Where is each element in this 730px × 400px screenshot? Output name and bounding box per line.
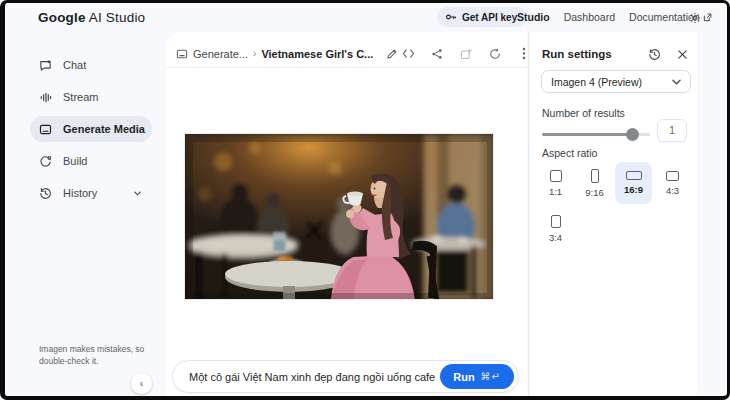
nav-dashboard[interactable]: Dashboard bbox=[564, 11, 615, 23]
media-icon bbox=[39, 123, 52, 136]
nav-studio[interactable]: Studio bbox=[517, 11, 550, 23]
get-api-key-button[interactable]: Get API key bbox=[437, 7, 527, 27]
slider-handle[interactable] bbox=[626, 128, 639, 141]
breadcrumb-current[interactable]: Vietnamese Girl's C... bbox=[261, 48, 373, 60]
model-select[interactable]: Imagen 4 (Preview) bbox=[541, 70, 691, 93]
number-of-results-value[interactable]: 1 bbox=[657, 119, 687, 142]
run-settings-title: Run settings bbox=[542, 48, 612, 60]
reset-settings-icon[interactable] bbox=[647, 47, 661, 61]
prompt-input[interactable]: Một cô gái Việt Nam xinh đẹp đang ngồi u… bbox=[172, 360, 519, 393]
logo-brand: Google bbox=[38, 10, 86, 25]
aspect-option-3-4[interactable]: 3:4 bbox=[537, 208, 574, 250]
sidebar-item-build[interactable]: Build bbox=[30, 148, 152, 174]
aspect-1-1-icon bbox=[550, 170, 562, 182]
top-header: GoogleAI Studio Get API key Studio Dashb… bbox=[5, 3, 727, 33]
run-shortcut: ⌘↵ bbox=[481, 371, 501, 382]
sidebar: Chat Stream Generate Media Build History… bbox=[5, 33, 166, 396]
prompt-text[interactable]: Một cô gái Việt Nam xinh đẹp đang ngồi u… bbox=[189, 371, 440, 383]
breadcrumb: Generate... › Vietnamese Girl's C... bbox=[176, 46, 400, 62]
close-icon[interactable] bbox=[675, 47, 689, 61]
aspect-option-4-3[interactable]: 4:3 bbox=[654, 162, 691, 204]
caret-down-icon bbox=[672, 79, 681, 85]
number-of-results-slider[interactable] bbox=[542, 127, 650, 141]
breadcrumb-root[interactable]: Generate... bbox=[193, 48, 248, 60]
main-content: Generate... › Vietnamese Girl's C... bbox=[166, 32, 527, 396]
save-icon bbox=[458, 46, 474, 62]
code-icon[interactable] bbox=[400, 46, 416, 62]
share-icon[interactable] bbox=[429, 46, 445, 62]
stream-icon bbox=[39, 91, 52, 104]
sidebar-item-generate-media[interactable]: Generate Media bbox=[30, 116, 152, 142]
aspect-ratio-label: Aspect ratio bbox=[542, 147, 597, 159]
aspect-9-16-icon bbox=[591, 169, 599, 183]
aspect-4-3-icon bbox=[666, 171, 679, 181]
panel-divider bbox=[528, 32, 529, 396]
logo-product: AI Studio bbox=[89, 10, 146, 25]
history-icon bbox=[39, 187, 52, 200]
aspect-option-1-1[interactable]: 1:1 bbox=[537, 162, 574, 204]
chat-icon bbox=[39, 59, 52, 72]
run-settings-panel: Run settings Imagen 4 (Preview) Number o… bbox=[530, 32, 697, 396]
build-icon bbox=[39, 155, 52, 168]
app-logo[interactable]: GoogleAI Studio bbox=[38, 10, 145, 25]
prompt-toolbar: Generate... › Vietnamese Girl's C... bbox=[166, 40, 527, 68]
sidebar-item-chat[interactable]: Chat bbox=[30, 52, 152, 78]
sidebar-collapse-button[interactable]: ‹ bbox=[131, 373, 152, 394]
aspect-option-16-9[interactable]: 16:9 bbox=[615, 162, 652, 204]
key-icon bbox=[445, 11, 457, 23]
top-nav: Studio Dashboard Documentation bbox=[517, 11, 712, 23]
settings-gear-icon[interactable] bbox=[686, 9, 704, 27]
aspect-16-9-icon bbox=[626, 171, 642, 180]
aspect-3-4-icon bbox=[551, 215, 561, 228]
run-button[interactable]: Run ⌘↵ bbox=[440, 364, 514, 389]
number-of-results-label: Number of results bbox=[542, 107, 625, 119]
sidebar-item-history[interactable]: History bbox=[30, 180, 152, 206]
generated-image[interactable] bbox=[184, 133, 494, 300]
toolbar-actions bbox=[400, 46, 532, 62]
edit-icon[interactable] bbox=[384, 46, 400, 62]
aspect-option-9-16[interactable]: 9:16 bbox=[576, 162, 613, 204]
refresh-icon[interactable] bbox=[487, 46, 503, 62]
model-disclaimer: Imagen makes mistakes, so double-check i… bbox=[39, 343, 149, 369]
chevron-down-icon bbox=[133, 189, 142, 198]
aspect-ratio-options: 1:1 9:16 16:9 4:3 3:4 bbox=[536, 162, 692, 254]
external-link-icon bbox=[703, 13, 712, 22]
media-icon bbox=[176, 48, 188, 60]
breadcrumb-separator: › bbox=[253, 48, 256, 59]
sidebar-item-stream[interactable]: Stream bbox=[30, 84, 152, 110]
model-value: Imagen 4 (Preview) bbox=[551, 76, 642, 88]
